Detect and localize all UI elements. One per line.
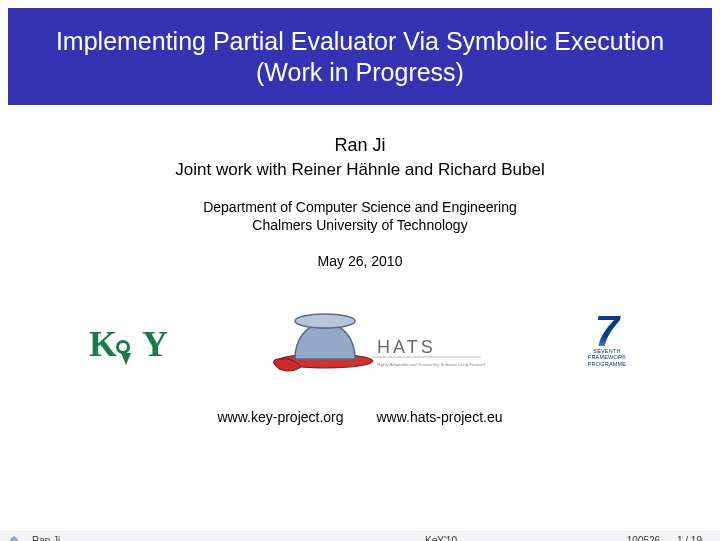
hats-tagline: Highly Adaptable and Trustworthy Softwar… [377, 362, 485, 367]
joint-work-line: Joint work with Reiner Hähnle and Richar… [0, 160, 720, 180]
hats-logo: HATS Highly Adaptable and Trustworthy So… [265, 309, 485, 379]
footer-page: 1 / 19 [677, 535, 702, 541]
url-row: www.key-project.org www.hats-project.eu [0, 409, 720, 425]
key-project-url: www.key-project.org [218, 409, 344, 425]
content: Ran Ji Joint work with Reiner Hähnle and… [0, 105, 720, 270]
title-block: Implementing Partial Evaluator Via Symbo… [8, 8, 712, 105]
title-line-2: (Work in Progress) [18, 56, 702, 89]
footer: Ran Ji KeY'10 100526 1 / 19 [0, 531, 720, 541]
fp7-text-1: SEVENTH FRAMEWORK [583, 349, 631, 360]
fp7-text-2: PROGRAMME [583, 362, 631, 368]
svg-point-1 [295, 314, 355, 328]
slide: Implementing Partial Evaluator Via Symbo… [0, 8, 720, 541]
university-line: Chalmers University of Technology [0, 216, 720, 235]
hats-project-url: www.hats-project.eu [376, 409, 502, 425]
hats-logo-icon: HATS Highly Adaptable and Trustworthy So… [265, 309, 485, 379]
key-logo: KY [89, 323, 167, 365]
talk-date: May 26, 2010 [0, 253, 720, 269]
fp7-seven-icon: 7 [583, 316, 631, 347]
footer-date: 100526 [627, 535, 660, 541]
title-line-1: Implementing Partial Evaluator Via Symbo… [18, 26, 702, 56]
footer-author: Ran Ji [32, 535, 292, 541]
hats-small-icon [4, 534, 28, 542]
footer-venue: KeY'10 [292, 535, 590, 541]
affiliation: Department of Computer Science and Engin… [0, 198, 720, 236]
department-line: Department of Computer Science and Engin… [0, 198, 720, 217]
logo-row: KY HATS Highly Adaptable and Trustworthy… [0, 269, 720, 389]
fp7-logo: 7 SEVENTH FRAMEWORK PROGRAMME [583, 316, 631, 372]
author-name: Ran Ji [0, 135, 720, 156]
footer-right: 100526 1 / 19 [590, 535, 720, 541]
hats-name: HATS [377, 337, 436, 357]
